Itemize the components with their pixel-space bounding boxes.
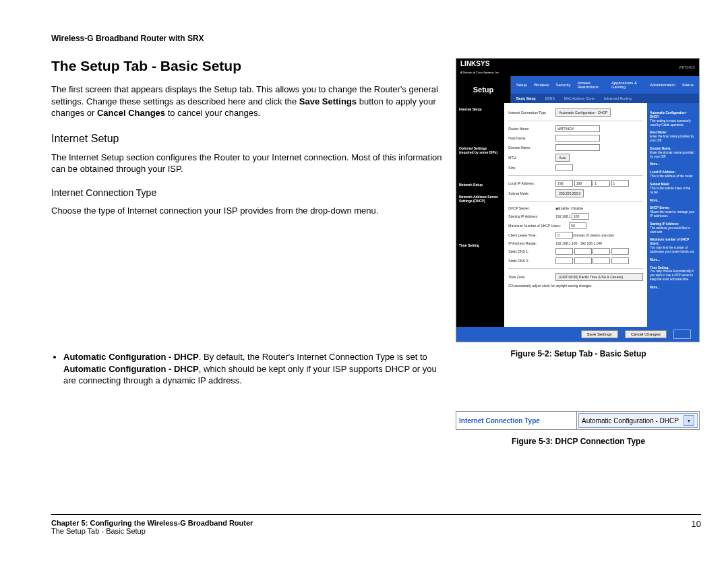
mtu-select[interactable]: Auto [555,154,569,162]
help-text: Enter the domain name provided by your I… [650,151,694,158]
checkbox-label: Automatically adjust clock for daylight … [511,284,591,288]
ict-label: Internet Connection Type [456,412,577,429]
text: . By default, the Router's Internet Conn… [199,352,427,362]
router-name-input[interactable]: WRT54GX [555,125,600,132]
footer-section: The Setup Tab - Basic Setup [51,527,253,535]
field-label: Router Name: [508,127,555,131]
field-label: Starting IP Address: [508,214,555,218]
field-label: Maximum Number of DHCP Users: [508,224,569,228]
p-ict: Choose the type of Internet connection y… [51,205,442,217]
tab[interactable]: Access Restrictions [577,81,605,89]
text: to cancel your changes. [165,108,260,118]
bullet-item: Automatic Configuration - DHCP. By defau… [63,351,442,387]
tab[interactable]: Security [556,83,571,87]
ip-octet[interactable]: 192 [555,180,573,187]
figure-dhcp: Internet Connection Type Automatic Confi… [456,411,701,446]
dns2[interactable] [593,257,610,264]
help-more[interactable]: More... [650,258,696,262]
cisco-logo [673,330,691,339]
help-text: Enter the host name provided by your ISP… [650,135,694,142]
ip-octet[interactable]: 1 [593,180,610,187]
router-footer: Save Settings Cancel Changes [456,327,699,342]
tz-select[interactable]: (GMT-08:00) Pacific Time (USA & Canada) [555,273,643,281]
cancel-changes-button[interactable]: Cancel Changes [625,330,667,338]
text: 192.168.1. [555,214,572,218]
section-label: Optional Settings (required by some ISPs… [459,146,502,154]
heading-ict: Internet Connection Type [51,187,442,198]
domain-name-input[interactable] [555,144,600,151]
ict-dropdown[interactable]: Automatic Configuration - DHCP ▾ [578,413,698,428]
figure-1-caption: Figure 5-2: Setup Tab - Basic Setup [456,349,701,358]
field-label: Domain Name: [508,146,555,150]
tab-row: Setup Wireless Security Access Restricti… [511,76,699,94]
start-ip-input[interactable]: 100 [572,213,589,220]
tab[interactable]: Status [682,83,694,87]
footer-chapter: Chapter 5: Configuring the Wireless-G Br… [51,519,253,527]
text-bold: Automatic Configuration - DHCP [63,352,199,362]
figures-column: LINKSYS A Division of Cisco Systems, Inc… [456,58,701,446]
field-label: Client Lease Time: [508,233,555,237]
section-label: Network Address Server Settings (DHCP) [459,195,502,203]
dns2[interactable] [611,257,629,264]
router-brand-bar: LINKSYS A Division of Cisco Systems, Inc… [456,59,699,76]
router-form: Internet Connection TypeAutomatic Config… [504,103,647,327]
field-label: Size: [508,166,555,170]
heading-internet-setup: Internet Setup [51,133,442,145]
help-text: Allows the router to manage your IP addr… [650,210,694,218]
field-label: MTU: [508,156,555,160]
ict-dropdown-value: Automatic Configuration - DHCP [582,417,679,425]
section-label: Network Setup [459,183,502,187]
tab[interactable]: Setup [516,83,527,87]
dns1[interactable] [574,248,592,255]
host-name-input[interactable] [555,135,600,142]
tab[interactable]: Wireless [534,83,549,87]
help-text: This setting is most commonly used by Ca… [650,119,690,127]
text-bold: Cancel Changes [97,108,165,118]
text: minutes (0 means one day) [573,233,614,237]
page-title: The Setup Tab - Basic Setup [51,58,442,74]
tab[interactable]: Applications & Gaming [611,81,643,89]
save-settings-button[interactable]: Save Settings [581,330,618,338]
dns2[interactable] [555,257,573,264]
help-text: You may choose Automatically if you wish… [650,270,693,281]
field-label: DHCP Server: [508,206,555,210]
dns1[interactable] [555,248,573,255]
router-left-labels: Internet Setup Optional Settings (requir… [456,103,504,327]
subtab-active[interactable]: Basic Setup [516,96,536,100]
text-bold: Automatic Configuration - DHCP [63,364,199,374]
subnet-select[interactable]: 255.255.255.0 [555,189,584,197]
dns1[interactable] [593,248,610,255]
ip-octet[interactable]: 1 [611,180,629,187]
size-input[interactable] [555,164,573,171]
brand-sub: A Division of Cisco Systems, Inc. [460,71,499,74]
p-internet-setup: The Internet Setup section configures th… [51,152,442,175]
field-label: Static DNS 1: [508,249,555,253]
help-text: This is the address of the router. [650,175,693,178]
help-more[interactable]: More... [650,286,696,290]
ict-select[interactable]: Automatic Configuration - DHCP [555,108,611,117]
active-tab[interactable]: Setup [456,76,511,103]
subtab[interactable]: DDNS [545,96,555,100]
tab[interactable]: Administration [650,83,675,87]
lease-input[interactable]: 0 [555,232,573,239]
help-text: The address you would like to start with… [650,226,690,234]
figure-router-admin: LINKSYS A Division of Cisco Systems, Inc… [456,58,700,342]
ip-octet[interactable]: 168 [574,180,592,187]
max-users-input[interactable]: 50 [569,222,586,229]
page-number: 10 [692,519,701,535]
dns2[interactable] [574,257,592,264]
subtab[interactable]: Advanced Routing [604,96,632,100]
help-more[interactable]: More... [650,162,696,166]
help-heading: Automatic Configuration - DHCP: [650,111,696,119]
section-label: Internet Setup [459,107,502,111]
help-more[interactable]: More... [650,199,696,203]
field-label: Subnet Mask: [508,191,555,195]
section-label: Time Setting [459,243,502,247]
subtab-row: Basic Setup DDNS MAC Address Clone Advan… [511,94,699,103]
field-label: Local IP Address: [508,181,555,185]
radio-label: Disable [572,206,583,210]
chevron-down-icon: ▾ [684,415,694,426]
brand-logo: LINKSYS [460,60,489,67]
dns1[interactable] [611,248,629,255]
subtab[interactable]: MAC Address Clone [564,96,595,100]
